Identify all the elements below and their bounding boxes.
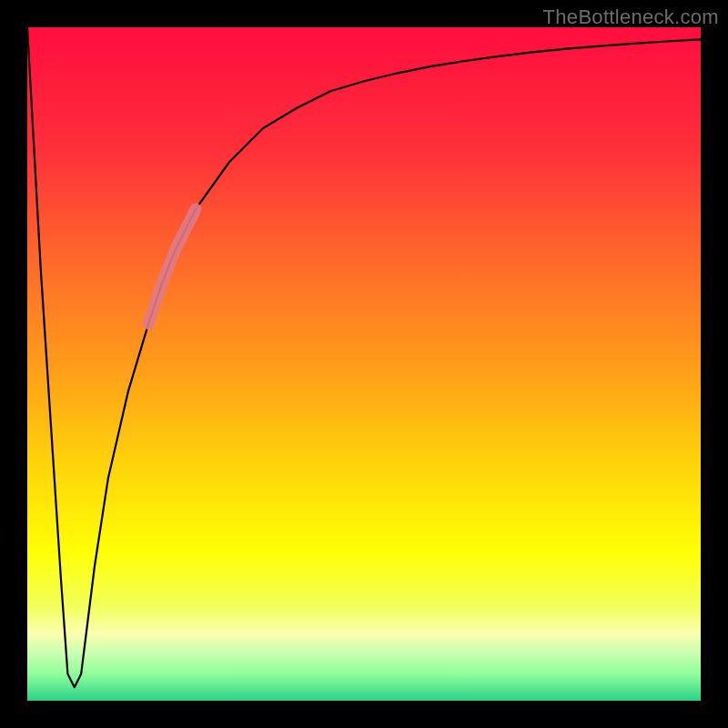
curve-layer	[27, 27, 701, 701]
bottleneck-curve	[27, 27, 701, 687]
chart-frame: TheBottleneck.com	[0, 0, 728, 728]
plot-area	[27, 27, 701, 701]
watermark-text: TheBottleneck.com	[543, 5, 719, 29]
highlight-segment	[148, 209, 196, 324]
